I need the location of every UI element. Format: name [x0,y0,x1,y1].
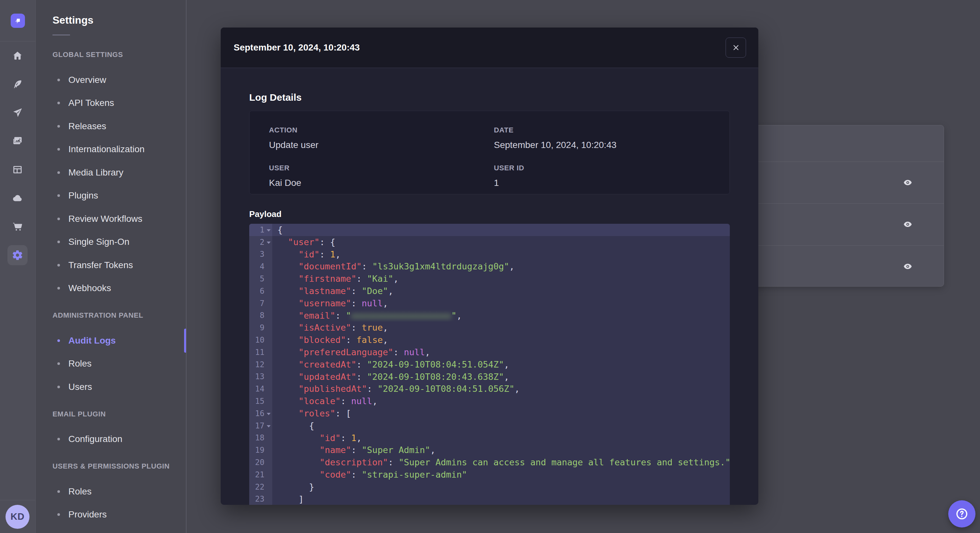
payload-label: Payload [249,209,730,219]
code-line: 7 "username": null, [249,297,730,309]
code-line-content: } [272,481,730,493]
view-log-button[interactable] [902,220,914,229]
detail-label: DATE [494,126,730,134]
sidebar-item-label: Plugins [68,190,98,201]
code-line-content: "user": { [272,236,730,248]
sidebar-section-label: EMAIL PLUGIN [36,401,186,428]
view-log-button[interactable] [902,262,914,271]
sidebar-item-label: Webhooks [68,283,111,293]
code-line: 1{ [249,224,730,236]
sidebar-section: USERS & PERMISSIONS PLUGINRolesProviders [36,453,186,526]
line-number: 16 [249,408,272,420]
deploy-cloud-icon [12,193,23,204]
sidebar-item-transfer-tokens[interactable]: Transfer Tokens [36,254,186,277]
nav-rail-icons [0,41,35,270]
modal-title: September 10, 2024, 10:20:43 [234,43,360,53]
line-number: 2 [249,236,272,248]
code-line-content: "locale": null, [272,395,730,408]
detail-value: Update user [269,140,494,150]
code-line: 17 { [249,420,730,432]
eye-icon [902,220,914,229]
line-number: 13 [249,371,272,383]
sidebar-item-api-tokens[interactable]: API Tokens [36,92,186,115]
sidebar-item-users[interactable]: Users [36,375,186,399]
log-details-card: ACTIONUpdate userDATESeptember 10, 2024,… [249,111,730,194]
line-number: 1 [249,224,272,236]
code-line-content: "id": 1, [272,248,730,261]
sidebar-item-label: Audit Logs [68,335,116,346]
sidebar-item-review-workflows[interactable]: Review Workflows [36,207,186,230]
sidebar-item-configuration[interactable]: Configuration [36,428,186,451]
line-number: 15 [249,395,272,408]
code-line-content: "publishedAt": "2024-09-10T08:04:51.056Z… [272,383,730,395]
settings-gear-icon [12,249,23,261]
sidebar-item-label: API Tokens [68,98,114,108]
fold-chevron-icon[interactable] [267,425,270,427]
sidebar-item-media-library[interactable]: Media Library [36,161,186,184]
code-line-content: "code": "strapi-super-admin" [272,468,730,481]
line-number: 21 [249,468,272,481]
rail-item-content-manager-feather-icon[interactable] [0,70,35,98]
page-title: Settings [36,0,186,26]
sidebar-item-internationalization[interactable]: Internationalization [36,138,186,161]
sidebar-item-label: Releases [68,121,106,132]
code-line: 4 "documentId": "ls3uk3g1xm4ltdrdugzajg0… [249,260,730,273]
nav-rail: KD [0,0,36,533]
rail-item-settings-gear-icon[interactable] [0,241,35,270]
sidebar-item-roles[interactable]: Roles [36,480,186,503]
line-number: 8 [249,309,272,322]
active-icon-tile [8,245,27,265]
fold-chevron-icon[interactable] [267,229,270,232]
sidebar-section: ADMINISTRATION PANELAudit LogsRolesUsers [36,302,186,399]
rail-item-content-type-builder-send-icon[interactable] [0,98,35,127]
rail-item-deploy-cloud-icon[interactable] [0,184,35,213]
code-line: 8 "email": "xxxxxxxxxxxxxxxxxxx", [249,309,730,322]
avatar[interactable]: KD [5,505,30,529]
sidebar-item-overview[interactable]: Overview [36,68,186,92]
sidebar-item-single-sign-on[interactable]: Single Sign-On [36,230,186,254]
bullet-icon [57,362,60,365]
rail-item-layout-icon[interactable] [0,155,35,184]
sidebar-item-releases[interactable]: Releases [36,115,186,138]
title-divider [52,35,70,35]
payload-code-editor[interactable]: 1{2 "user": {3 "id": 1,4 "documentId": "… [249,224,730,505]
detail-label: USER ID [494,164,730,172]
sidebar-item-label: Review Workflows [68,214,142,224]
code-line: 18 "id": 1, [249,432,730,444]
code-line: 21 "code": "strapi-super-admin" [249,468,730,481]
code-line: 14 "publishedAt": "2024-09-10T08:04:51.0… [249,383,730,395]
fold-chevron-icon[interactable] [267,413,270,415]
code-line: 19 "name": "Super Admin", [249,444,730,456]
strapi-settings-page: KD Settings GLOBAL SETTINGSOverviewAPI T… [0,0,980,533]
strapi-logo[interactable] [11,14,25,28]
bullet-icon [57,241,60,243]
sidebar-item-plugins[interactable]: Plugins [36,184,186,208]
sidebar-section-label: GLOBAL SETTINGS [36,41,186,68]
rail-item-marketplace-cart-icon[interactable] [0,213,35,241]
code-line: 13 "updatedAt": "2024-09-10T08:20:43.638… [249,371,730,383]
detail-label: ACTION [269,126,494,134]
bullet-icon [57,490,60,493]
line-number: 18 [249,432,272,444]
sidebar-item-label: Configuration [68,434,123,444]
help-button[interactable] [948,500,975,528]
sidebar-section-label: USERS & PERMISSIONS PLUGIN [36,453,186,480]
sidebar-item-roles[interactable]: Roles [36,352,186,376]
code-line: 16 "roles": [ [249,408,730,420]
sidebar-item-label: Providers [68,509,107,520]
fold-chevron-icon[interactable] [267,241,270,244]
code-line-content: "documentId": "ls3uk3g1xm4ltdrdugzajg0g"… [272,260,730,273]
rail-item-media-library-pictures-icon[interactable] [0,127,35,155]
code-line-content: "preferedLanguage": null, [272,346,730,359]
line-number: 14 [249,383,272,395]
sidebar-item-providers[interactable]: Providers [36,503,186,527]
question-mark-icon [955,507,969,521]
close-button[interactable] [725,38,746,58]
view-log-button[interactable] [902,178,914,187]
sidebar-item-webhooks[interactable]: Webhooks [36,277,186,300]
log-details-heading: Log Details [249,68,730,103]
rail-item-home-icon[interactable] [0,41,35,70]
bullet-icon [57,339,60,342]
sidebar-item-audit-logs[interactable]: Audit Logs [36,329,186,352]
detail-date: DATESeptember 10, 2024, 10:20:43 [494,126,730,164]
